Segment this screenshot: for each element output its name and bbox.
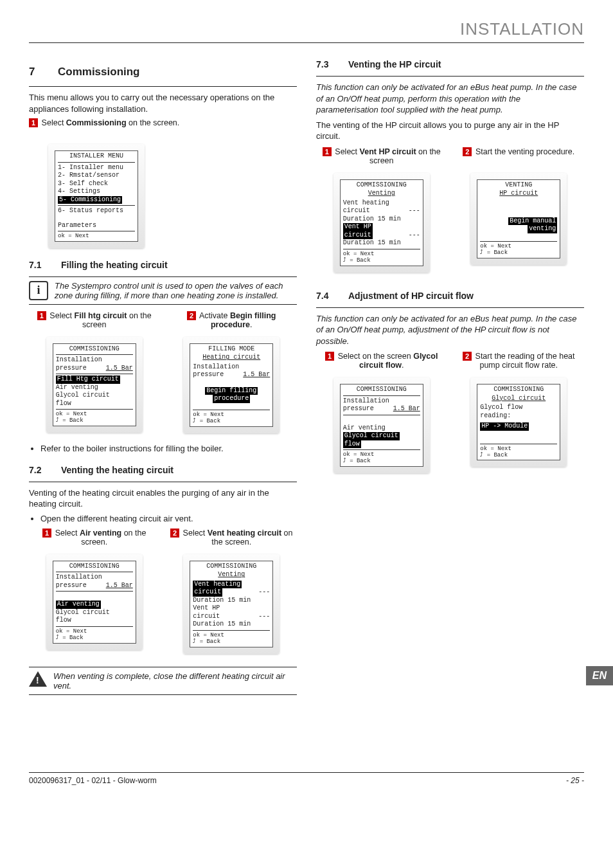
note71-text: The Systempro control unit is used to op… xyxy=(55,281,297,300)
bullet72: Open the different heating circuit air v… xyxy=(40,514,297,523)
language-tab: EN xyxy=(586,666,613,685)
sec7-title: Commissioning xyxy=(58,66,140,78)
sec72-heading: 7.2Venting the heating circuit xyxy=(29,465,297,475)
info-note-71: i The Systempro control unit is used to … xyxy=(29,276,297,305)
sec74-heading: 7.4Adjustment of HP circuit flow xyxy=(316,291,584,301)
step71-2: 2 Activate Begin filling procedure. xyxy=(166,311,298,332)
page-footer: 0020096317_01 - 02/11 - Glow-worm - 25 - xyxy=(29,772,584,785)
warning-icon xyxy=(29,671,47,687)
bullet71: Refer to the boiler instructions for fil… xyxy=(40,444,297,453)
red-1: 1 xyxy=(29,118,38,127)
lcd-71a: COMMISSIONING Installation pressure1.5 B… xyxy=(53,343,136,426)
lcd-74a: COMMISSIONING Installation pressure1.5 B… xyxy=(340,384,423,467)
intro7: This menu allows you to carry out the ne… xyxy=(29,92,297,114)
step72-1: 1 Select Air venting on the screen. xyxy=(29,529,160,549)
lcd-73a: COMMISSIONING Venting Vent heating circu… xyxy=(340,179,423,266)
para73a: This function can only be activated for … xyxy=(316,82,584,116)
lcd-72b: COMMISSIONING Venting Vent heating circu… xyxy=(190,561,273,647)
sec73-heading: 7.3Venting the HP circuit xyxy=(316,59,584,69)
sec7-heading: 7Commissioning xyxy=(29,66,297,78)
step72-2: 2 Select Vent heating circuit on the scr… xyxy=(166,529,298,549)
step71-1: 1 Select Fill htg circuit on the screen xyxy=(29,311,160,332)
lcd-74b: COMMISSIONING Glycol circuit Glycol flow… xyxy=(477,384,560,460)
step74-1: 1 Select on the screen Glycol circuit fl… xyxy=(316,352,447,372)
step7-0: 1 Select Commissioning on the screen. xyxy=(29,118,297,139)
para73b: The venting of the HP circuit allows you… xyxy=(316,120,584,142)
lcd-installer-menu: INSTALLER MENU 1- Installer menu 2- Rmst… xyxy=(55,150,138,242)
lcd-72a: COMMISSIONING Installation pressure1.5 B… xyxy=(53,561,136,644)
doc-ref: 0020096317_01 - 02/11 - Glow-worm xyxy=(29,776,157,785)
step74-2: 2 Start the reading of the heat pump cir… xyxy=(454,352,585,372)
page-number: - 25 - xyxy=(566,776,584,785)
sec7-num: 7 xyxy=(29,66,58,78)
page-header: INSTALLATION xyxy=(29,19,584,43)
para72: Venting of the heating circuit enables t… xyxy=(29,487,297,510)
lcd-73b: VENTING HP circuit Begin manual venting … xyxy=(477,179,560,258)
warn-note-72: When venting is complete, close the diff… xyxy=(29,667,297,695)
info-icon: i xyxy=(29,281,48,300)
lcd-71b: FILLING MODE Heating circuit Installatio… xyxy=(190,343,273,427)
step73-2: 2 Start the venting procedure. xyxy=(454,147,585,168)
para74: This function can only be activated for … xyxy=(316,313,584,347)
sec71-heading: 7.1Filling the heating circuit xyxy=(29,260,297,270)
step73-1: 1 Select Vent HP circuit on the screen xyxy=(316,147,447,168)
warn72-text: When venting is complete, close the diff… xyxy=(53,671,297,691)
